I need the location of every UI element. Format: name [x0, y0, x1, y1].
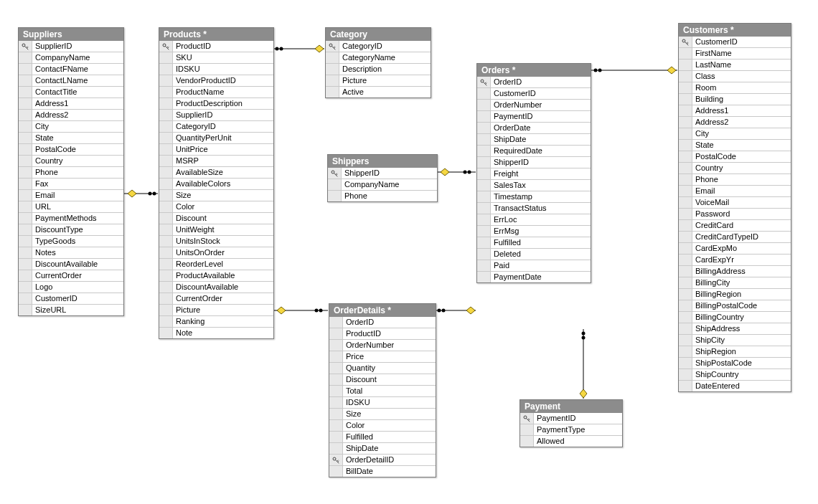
- table-column-row[interactable]: BillingCity: [679, 277, 791, 288]
- table-column-row[interactable]: BillingAddress: [679, 265, 791, 277]
- table-column-row[interactable]: Phone: [679, 173, 791, 185]
- table-column-row[interactable]: ErrLoc: [477, 214, 591, 225]
- table-customers[interactable]: Customers *CustomerIDFirstNameLastNameCl…: [678, 23, 791, 392]
- table-column-row[interactable]: DiscountType: [19, 224, 123, 235]
- table-column-row[interactable]: UnitWeight: [159, 224, 273, 235]
- table-column-row[interactable]: Size: [329, 408, 436, 419]
- table-column-row[interactable]: CustomerID: [477, 87, 591, 99]
- table-payment[interactable]: PaymentPaymentIDPaymentTypeAllowed: [520, 399, 623, 447]
- table-column-row[interactable]: ProductID: [159, 41, 273, 52]
- table-column-row[interactable]: Description: [326, 63, 431, 75]
- table-column-row[interactable]: Phone: [328, 190, 437, 201]
- table-column-row[interactable]: ShipperID: [328, 168, 437, 179]
- table-column-row[interactable]: Class: [679, 70, 791, 82]
- table-column-row[interactable]: CustomerID: [19, 293, 123, 304]
- table-column-row[interactable]: Paid: [477, 260, 591, 271]
- table-column-row[interactable]: Country: [19, 155, 123, 166]
- table-column-row[interactable]: ProductAvailable: [159, 270, 273, 281]
- table-column-row[interactable]: Size: [159, 189, 273, 201]
- table-column-row[interactable]: Notes: [19, 247, 123, 258]
- table-column-row[interactable]: Fax: [19, 178, 123, 189]
- table-column-row[interactable]: IDSKU: [159, 63, 273, 75]
- table-column-row[interactable]: ShipDate: [329, 442, 436, 454]
- table-column-row[interactable]: City: [19, 120, 123, 132]
- table-column-row[interactable]: Building: [679, 93, 791, 105]
- table-column-row[interactable]: Logo: [19, 281, 123, 293]
- table-column-row[interactable]: CreditCardTypeID: [679, 231, 791, 242]
- table-column-row[interactable]: UnitsOnOrder: [159, 247, 273, 258]
- table-column-row[interactable]: ShipDate: [477, 133, 591, 145]
- table-column-row[interactable]: ProductName: [159, 86, 273, 98]
- table-column-row[interactable]: PaymentDate: [477, 271, 591, 282]
- table-column-row[interactable]: BillDate: [329, 465, 436, 477]
- table-column-row[interactable]: OrderID: [477, 77, 591, 87]
- table-column-row[interactable]: CustomerID: [679, 37, 791, 47]
- table-column-row[interactable]: Total: [329, 385, 436, 396]
- table-column-row[interactable]: CurrentOrder: [159, 293, 273, 304]
- table-column-row[interactable]: CategoryName: [326, 52, 431, 63]
- table-column-row[interactable]: CardExpYr: [679, 254, 791, 265]
- table-column-row[interactable]: SupplierID: [159, 109, 273, 120]
- table-title[interactable]: Suppliers: [19, 28, 123, 41]
- table-column-row[interactable]: Fulfilled: [477, 237, 591, 248]
- table-column-row[interactable]: Discount: [159, 212, 273, 224]
- table-column-row[interactable]: PaymentType: [520, 424, 622, 435]
- table-column-row[interactable]: CardExpMo: [679, 242, 791, 254]
- table-column-row[interactable]: Fulfilled: [329, 431, 436, 442]
- table-column-row[interactable]: SKU: [159, 52, 273, 63]
- table-column-row[interactable]: DiscountAvailable: [159, 281, 273, 293]
- table-column-row[interactable]: ShipPostalCode: [679, 357, 791, 369]
- table-suppliers[interactable]: SuppliersSupplierIDCompanyNameContactFNa…: [18, 27, 124, 316]
- table-title[interactable]: Orders *: [477, 64, 591, 77]
- table-column-row[interactable]: OrderDate: [477, 122, 591, 133]
- table-category[interactable]: CategoryCategoryIDCategoryNameDescriptio…: [325, 27, 431, 98]
- table-column-row[interactable]: AvailableColors: [159, 178, 273, 189]
- table-title[interactable]: Products *: [159, 28, 273, 41]
- table-column-row[interactable]: BillingRegion: [679, 288, 791, 300]
- table-column-row[interactable]: FirstName: [679, 47, 791, 59]
- table-orders[interactable]: Orders *OrderIDCustomerIDOrderNumberPaym…: [476, 63, 591, 283]
- table-column-row[interactable]: City: [679, 128, 791, 139]
- table-column-row[interactable]: LastName: [679, 59, 791, 70]
- table-column-row[interactable]: ShipCountry: [679, 369, 791, 380]
- table-column-row[interactable]: QuantityPerUnit: [159, 132, 273, 143]
- table-column-row[interactable]: CategoryID: [159, 120, 273, 132]
- table-column-row[interactable]: Address2: [679, 116, 791, 128]
- table-title[interactable]: Category: [326, 28, 431, 41]
- table-column-row[interactable]: ContactTitle: [19, 86, 123, 98]
- table-column-row[interactable]: Phone: [19, 166, 123, 178]
- table-column-row[interactable]: PaymentID: [520, 413, 622, 424]
- table-column-row[interactable]: CurrentOrder: [19, 270, 123, 281]
- table-title[interactable]: Shippers: [328, 155, 437, 168]
- table-column-row[interactable]: DiscountAvailable: [19, 258, 123, 270]
- table-column-row[interactable]: Picture: [326, 75, 431, 86]
- table-column-row[interactable]: Price: [329, 351, 436, 362]
- table-column-row[interactable]: ShipCity: [679, 334, 791, 346]
- table-column-row[interactable]: Room: [679, 82, 791, 93]
- table-column-row[interactable]: OrderNumber: [477, 99, 591, 110]
- table-column-row[interactable]: Address1: [679, 105, 791, 116]
- table-column-row[interactable]: CreditCard: [679, 219, 791, 231]
- table-column-row[interactable]: Color: [159, 201, 273, 212]
- table-column-row[interactable]: ShipRegion: [679, 346, 791, 357]
- table-column-row[interactable]: OrderDetailID: [329, 454, 436, 465]
- table-column-row[interactable]: Freight: [477, 168, 591, 179]
- table-column-row[interactable]: VoiceMail: [679, 196, 791, 208]
- table-column-row[interactable]: CompanyName: [328, 179, 437, 190]
- table-column-row[interactable]: Active: [326, 86, 431, 98]
- table-column-row[interactable]: CategoryID: [326, 41, 431, 52]
- table-column-row[interactable]: Address1: [19, 98, 123, 109]
- table-column-row[interactable]: URL: [19, 201, 123, 212]
- table-orderdetails[interactable]: OrderDetails *OrderIDProductIDOrderNumbe…: [329, 303, 436, 477]
- table-column-row[interactable]: State: [19, 132, 123, 143]
- table-title[interactable]: Payment: [520, 400, 622, 413]
- table-column-row[interactable]: UnitsInStock: [159, 235, 273, 247]
- table-column-row[interactable]: ErrMsg: [477, 225, 591, 237]
- table-column-row[interactable]: Discount: [329, 374, 436, 385]
- table-column-row[interactable]: PostalCode: [679, 151, 791, 162]
- table-column-row[interactable]: Picture: [159, 304, 273, 315]
- table-column-row[interactable]: SizeURL: [19, 304, 123, 315]
- table-column-row[interactable]: CompanyName: [19, 52, 123, 63]
- table-column-row[interactable]: DateEntered: [679, 380, 791, 391]
- table-column-row[interactable]: BillingPostalCode: [679, 300, 791, 311]
